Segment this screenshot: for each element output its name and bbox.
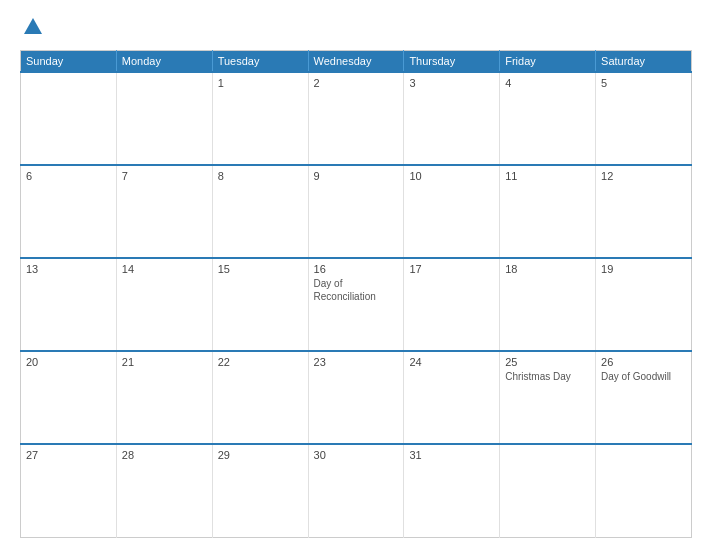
svg-marker-0 — [24, 18, 42, 34]
day-number: 22 — [218, 356, 303, 368]
weekday-thursday: Thursday — [404, 51, 500, 73]
calendar-cell: 2 — [308, 72, 404, 165]
calendar-cell: 30 — [308, 444, 404, 537]
day-number: 4 — [505, 77, 590, 89]
calendar-cell: 28 — [116, 444, 212, 537]
calendar-cell: 8 — [212, 165, 308, 258]
day-number: 27 — [26, 449, 111, 461]
day-number: 18 — [505, 263, 590, 275]
weekday-saturday: Saturday — [596, 51, 692, 73]
day-number: 5 — [601, 77, 686, 89]
calendar-cell — [21, 72, 117, 165]
day-number: 25 — [505, 356, 590, 368]
day-number: 15 — [218, 263, 303, 275]
day-number: 8 — [218, 170, 303, 182]
calendar-cell: 20 — [21, 351, 117, 444]
weekday-friday: Friday — [500, 51, 596, 73]
day-number: 30 — [314, 449, 399, 461]
day-number: 20 — [26, 356, 111, 368]
calendar-cell: 14 — [116, 258, 212, 351]
calendar-cell: 9 — [308, 165, 404, 258]
day-number: 28 — [122, 449, 207, 461]
day-number: 23 — [314, 356, 399, 368]
calendar-cell: 29 — [212, 444, 308, 537]
calendar-cell: 27 — [21, 444, 117, 537]
calendar-cell: 21 — [116, 351, 212, 444]
day-number: 31 — [409, 449, 494, 461]
calendar-cell: 16Day of Reconciliation — [308, 258, 404, 351]
calendar-cell: 24 — [404, 351, 500, 444]
calendar-cell: 7 — [116, 165, 212, 258]
week-row-2: 13141516Day of Reconciliation171819 — [21, 258, 692, 351]
day-number: 19 — [601, 263, 686, 275]
holiday-label: Day of Goodwill — [601, 370, 686, 383]
day-number: 1 — [218, 77, 303, 89]
calendar-cell: 22 — [212, 351, 308, 444]
day-number: 13 — [26, 263, 111, 275]
calendar-cell: 18 — [500, 258, 596, 351]
calendar-cell: 26Day of Goodwill — [596, 351, 692, 444]
weekday-wednesday: Wednesday — [308, 51, 404, 73]
logo — [20, 18, 44, 40]
calendar-cell: 13 — [21, 258, 117, 351]
calendar-cell: 25Christmas Day — [500, 351, 596, 444]
week-row-3: 202122232425Christmas Day26Day of Goodwi… — [21, 351, 692, 444]
weekday-monday: Monday — [116, 51, 212, 73]
calendar-cell: 17 — [404, 258, 500, 351]
day-number: 2 — [314, 77, 399, 89]
calendar-cell: 10 — [404, 165, 500, 258]
calendar-cell — [116, 72, 212, 165]
weekday-sunday: Sunday — [21, 51, 117, 73]
day-number: 16 — [314, 263, 399, 275]
calendar-cell — [596, 444, 692, 537]
week-row-1: 6789101112 — [21, 165, 692, 258]
calendar-header — [20, 18, 692, 40]
calendar-cell: 19 — [596, 258, 692, 351]
week-row-0: 12345 — [21, 72, 692, 165]
day-number: 14 — [122, 263, 207, 275]
calendar-cell — [500, 444, 596, 537]
calendar-cell: 12 — [596, 165, 692, 258]
day-number: 10 — [409, 170, 494, 182]
day-number: 7 — [122, 170, 207, 182]
calendar-cell: 11 — [500, 165, 596, 258]
calendar-cell: 5 — [596, 72, 692, 165]
calendar-table: SundayMondayTuesdayWednesdayThursdayFrid… — [20, 50, 692, 538]
holiday-label: Christmas Day — [505, 370, 590, 383]
day-number: 17 — [409, 263, 494, 275]
day-number: 12 — [601, 170, 686, 182]
weekday-header-row: SundayMondayTuesdayWednesdayThursdayFrid… — [21, 51, 692, 73]
day-number: 26 — [601, 356, 686, 368]
calendar-cell: 31 — [404, 444, 500, 537]
calendar-cell: 6 — [21, 165, 117, 258]
logo-icon — [22, 16, 44, 38]
day-number: 3 — [409, 77, 494, 89]
week-row-4: 2728293031 — [21, 444, 692, 537]
day-number: 6 — [26, 170, 111, 182]
calendar-cell: 4 — [500, 72, 596, 165]
calendar-cell: 23 — [308, 351, 404, 444]
day-number: 24 — [409, 356, 494, 368]
weekday-tuesday: Tuesday — [212, 51, 308, 73]
day-number: 11 — [505, 170, 590, 182]
day-number: 21 — [122, 356, 207, 368]
day-number: 9 — [314, 170, 399, 182]
calendar-cell: 3 — [404, 72, 500, 165]
calendar-cell: 1 — [212, 72, 308, 165]
holiday-label: Day of Reconciliation — [314, 277, 399, 303]
calendar-cell: 15 — [212, 258, 308, 351]
day-number: 29 — [218, 449, 303, 461]
